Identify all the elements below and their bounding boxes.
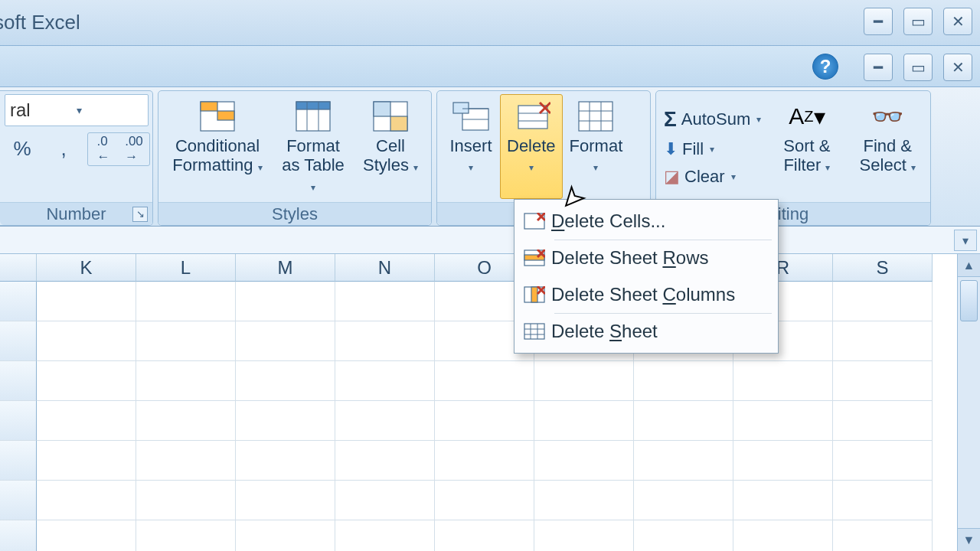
delete-rows-icon — [518, 249, 551, 266]
delete-columns-icon — [518, 286, 551, 303]
column-headers: K L M N O P Q R S — [0, 254, 980, 282]
eraser-icon: ◪ — [664, 167, 680, 187]
number-format-dropdown[interactable]: ral ▾ — [5, 94, 149, 126]
menu-delete-cells[interactable]: Delete Cells... — [516, 203, 776, 240]
svg-rect-2 — [217, 111, 234, 120]
sigma-icon: Σ — [664, 107, 677, 132]
svg-rect-11 — [453, 103, 469, 113]
column-header[interactable]: L — [136, 254, 236, 282]
delete-sheet-icon — [518, 323, 551, 340]
increase-decimal-button[interactable]: .0← — [88, 133, 119, 165]
format-as-table-icon — [292, 98, 335, 135]
quick-access-row: ? ━ ▭ ✕ — [0, 46, 980, 87]
delete-dropdown-menu: Delete Cells... Delete Sheet Rows Delete… — [514, 199, 779, 354]
minimize-button[interactable]: ━ — [864, 8, 893, 35]
fill-button[interactable]: ⬇ Fill▾ — [661, 138, 764, 161]
conditional-formatting-button[interactable]: Conditional Formatting ▾ — [163, 94, 272, 199]
svg-rect-19 — [579, 102, 612, 131]
app-title: soft Excel — [0, 11, 80, 34]
svg-rect-35 — [524, 324, 544, 339]
format-button[interactable]: Format▾ — [563, 94, 630, 199]
sort-filter-button[interactable]: AZ▾ Sort & Filter ▾ — [772, 94, 841, 199]
menu-delete-columns[interactable]: Delete Sheet Columns — [516, 276, 776, 313]
svg-rect-4 — [296, 102, 330, 109]
menu-item-label: Delete Sheet Columns — [551, 284, 735, 305]
clear-button[interactable]: ◪ Clear▾ — [661, 165, 764, 188]
cell-styles-icon — [369, 98, 412, 135]
expand-formula-bar-button[interactable]: ▾ — [954, 230, 977, 251]
menu-item-label: Delete Sheet Rows — [551, 247, 708, 269]
menu-item-label: Delete Cells... — [551, 210, 665, 232]
formula-bar[interactable]: ▾ — [0, 227, 980, 254]
number-format-value: ral — [10, 99, 77, 121]
scroll-up-button[interactable]: ▲ — [958, 254, 980, 277]
vertical-scrollbar[interactable]: ▲ ▼ — [957, 254, 980, 551]
ribbon-restore-button[interactable]: ▭ — [903, 54, 933, 81]
conditional-formatting-icon — [196, 98, 239, 135]
svg-rect-8 — [374, 102, 390, 116]
svg-rect-28 — [524, 255, 544, 260]
close-button[interactable]: ✕ — [943, 8, 972, 35]
decrease-decimal-button[interactable]: .00→ — [119, 133, 149, 165]
delete-button[interactable]: Delete▾ — [500, 94, 563, 199]
ribbon: ral ▾ % , .0← .00→ Number ↘ Con — [0, 87, 980, 227]
insert-button[interactable]: Insert▾ — [442, 94, 500, 199]
select-all-corner[interactable] — [0, 254, 37, 282]
sort-filter-icon: AZ▾ — [786, 98, 828, 135]
group-label-styles: Styles — [158, 202, 431, 225]
autosum-button[interactable]: Σ AutoSum▾ — [661, 106, 764, 133]
help-icon[interactable]: ? — [812, 54, 838, 80]
column-header[interactable]: S — [833, 254, 933, 282]
column-header[interactable]: K — [37, 254, 136, 282]
title-bar: soft Excel ━ ▭ ✕ — [0, 0, 980, 46]
scroll-down-button[interactable]: ▼ — [958, 528, 980, 551]
scroll-thumb[interactable] — [960, 280, 978, 321]
cell-styles-button[interactable]: Cell Styles ▾ — [354, 94, 426, 199]
svg-rect-1 — [201, 102, 217, 111]
menu-item-label: Delete Sheet — [551, 321, 658, 342]
ribbon-close-button[interactable]: ✕ — [943, 54, 972, 81]
delete-icon — [510, 98, 553, 135]
menu-delete-sheet[interactable]: Delete Sheet — [516, 313, 776, 350]
svg-rect-9 — [390, 116, 407, 131]
group-label-number: Number ↘ — [0, 202, 152, 225]
chevron-down-icon: ▾ — [77, 104, 143, 116]
percent-style-button[interactable]: % — [5, 132, 40, 165]
menu-delete-rows[interactable]: Delete Sheet Rows — [516, 240, 776, 276]
comma-style-button[interactable]: , — [46, 132, 81, 165]
column-header[interactable]: M — [236, 254, 335, 282]
worksheet-grid[interactable]: K L M N O P Q R S — [0, 254, 980, 551]
column-header[interactable]: N — [335, 254, 435, 282]
delete-cells-icon — [518, 213, 551, 230]
format-icon — [574, 98, 617, 135]
insert-icon — [449, 98, 492, 135]
svg-rect-32 — [531, 287, 537, 302]
binoculars-icon: 👓 — [866, 98, 909, 135]
find-select-button[interactable]: 👓 Find & Select ▾ — [849, 94, 926, 199]
number-dialog-launcher[interactable]: ↘ — [132, 207, 148, 222]
fill-icon: ⬇ — [664, 139, 678, 159]
format-as-table-button[interactable]: Format as Table ▾ — [272, 94, 354, 199]
ribbon-minimize-button[interactable]: ━ — [864, 54, 893, 81]
maximize-button[interactable]: ▭ — [903, 8, 933, 35]
